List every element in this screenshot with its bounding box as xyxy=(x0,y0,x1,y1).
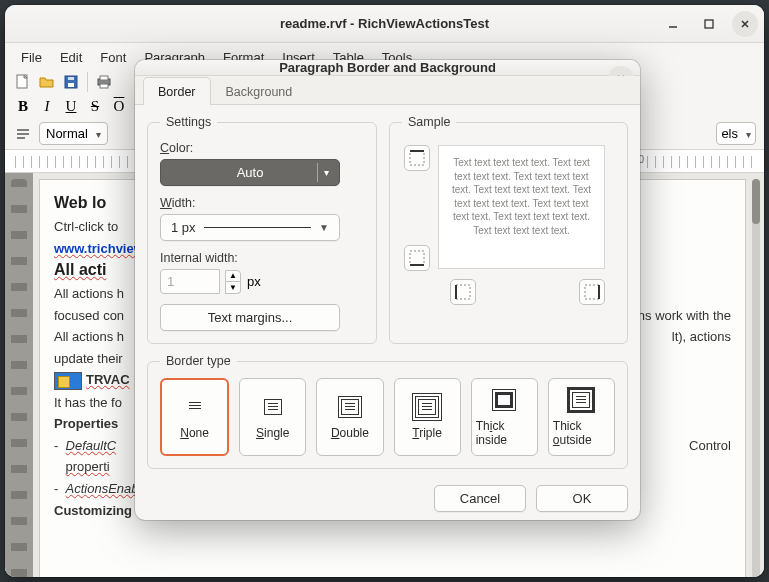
border-type-triple[interactable]: Triple xyxy=(394,378,461,456)
cancel-button[interactable]: Cancel xyxy=(434,485,526,512)
unit-combo-value: els xyxy=(721,126,738,141)
border-type-label: Double xyxy=(331,426,369,440)
body-text: All actions h xyxy=(54,286,124,301)
color-value: Auto xyxy=(237,165,264,180)
body-text: All actions h xyxy=(54,328,124,346)
body-text: focused con xyxy=(54,307,124,325)
paragraph-icon[interactable] xyxy=(13,124,33,144)
border-bottom-toggle[interactable] xyxy=(404,245,430,271)
svg-rect-6 xyxy=(100,76,108,80)
svg-rect-8 xyxy=(410,151,424,165)
dialog-tabs: Border Background xyxy=(135,76,640,105)
save-icon[interactable] xyxy=(61,72,81,92)
new-icon[interactable] xyxy=(13,72,33,92)
main-titlebar: readme.rvf - RichViewActionsTest xyxy=(5,5,764,43)
body-text: ons work with the xyxy=(631,307,731,325)
border-type-icon xyxy=(490,389,518,411)
internal-width-unit: px xyxy=(247,274,261,289)
sample-legend: Sample xyxy=(402,115,456,129)
internal-width-input[interactable] xyxy=(160,269,220,294)
open-icon[interactable] xyxy=(37,72,57,92)
border-type-label: Single xyxy=(256,426,289,440)
body-text: Ctrl-click to xyxy=(54,219,118,234)
line-preview xyxy=(204,227,312,228)
body-text: update their xyxy=(54,351,123,366)
style-combo[interactable]: Normal xyxy=(39,122,108,145)
tab-background[interactable]: Background xyxy=(211,77,308,105)
spiral-binding xyxy=(5,173,33,577)
svg-rect-7 xyxy=(100,84,108,88)
unit-combo[interactable]: els xyxy=(716,122,756,145)
spin-down[interactable]: ▼ xyxy=(225,282,241,294)
bold-button[interactable]: B xyxy=(13,96,33,116)
color-picker[interactable]: Auto xyxy=(160,159,340,186)
chevron-down-icon xyxy=(746,126,751,141)
border-type-label: Thick inside xyxy=(476,419,533,447)
border-type-label: None xyxy=(180,426,209,440)
strike-button[interactable]: S xyxy=(85,96,105,116)
border-type-icon xyxy=(413,396,441,418)
sample-preview: Text text text text text. Text text text… xyxy=(438,145,605,269)
border-type-group: Border type NoneSingleDoubleTripleThick … xyxy=(147,354,628,469)
border-type-thkin[interactable]: Thick inside xyxy=(471,378,538,456)
overline-button[interactable]: O xyxy=(109,96,129,116)
border-type-none[interactable]: None xyxy=(160,378,229,456)
hyperlink[interactable]: www.trichview xyxy=(54,241,144,256)
border-right-toggle[interactable] xyxy=(579,279,605,305)
main-title: readme.rvf - RichViewActionsTest xyxy=(280,16,489,31)
border-type-icon xyxy=(567,389,595,411)
width-label: Width: xyxy=(160,196,364,210)
border-type-label: Thick outside xyxy=(553,419,610,447)
dialog-titlebar: Paragraph Border and Background xyxy=(135,60,640,76)
sample-group: Sample Text text text text t xyxy=(389,115,628,344)
color-label: Color: xyxy=(160,141,364,155)
sample-text: Text text text text text. Text text text… xyxy=(451,156,592,237)
border-type-single[interactable]: Single xyxy=(239,378,306,456)
close-button[interactable] xyxy=(732,11,758,37)
menu-file[interactable]: File xyxy=(13,47,50,68)
divider xyxy=(87,72,88,92)
svg-rect-10 xyxy=(410,251,424,265)
settings-legend: Settings xyxy=(160,115,217,129)
border-type-legend: Border type xyxy=(160,354,237,368)
body-text: It has the fo xyxy=(54,395,122,410)
internal-width-label: Internal width: xyxy=(160,251,364,265)
heading: All acti xyxy=(54,261,106,278)
border-type-icon xyxy=(181,396,209,418)
width-value: 1 px xyxy=(171,220,196,235)
minimize-button[interactable] xyxy=(660,11,686,37)
border-type-icon xyxy=(336,396,364,418)
settings-group: Settings Color: Auto Width: 1 px ▼ Inter… xyxy=(147,115,377,344)
border-type-icon xyxy=(259,396,287,418)
italic-button[interactable]: I xyxy=(37,96,57,116)
border-left-toggle[interactable] xyxy=(450,279,476,305)
spin-up[interactable]: ▲ xyxy=(225,270,241,282)
tab-border[interactable]: Border xyxy=(143,77,211,105)
ok-button[interactable]: OK xyxy=(536,485,628,512)
vertical-scrollbar[interactable] xyxy=(752,179,760,577)
print-icon[interactable] xyxy=(94,72,114,92)
dialog-footer: Cancel OK xyxy=(135,477,640,520)
border-type-thkout[interactable]: Thick outside xyxy=(548,378,615,456)
menu-edit[interactable]: Edit xyxy=(52,47,90,68)
menu-font[interactable]: Font xyxy=(92,47,134,68)
svg-rect-12 xyxy=(456,285,470,299)
list-item: properti xyxy=(66,459,110,474)
border-type-label: Triple xyxy=(412,426,442,440)
svg-rect-3 xyxy=(68,83,74,87)
body-text: lt), actions xyxy=(672,328,731,346)
body-text: TRVAC xyxy=(86,372,130,387)
dialog-title: Paragraph Border and Background xyxy=(279,60,496,75)
body-text: Properties xyxy=(54,416,118,431)
text-margins-button[interactable]: Text margins... xyxy=(160,304,340,331)
maximize-button[interactable] xyxy=(696,11,722,37)
svg-rect-4 xyxy=(68,77,74,80)
border-type-double[interactable]: Double xyxy=(316,378,383,456)
svg-rect-0 xyxy=(705,20,713,28)
width-combo[interactable]: 1 px ▼ xyxy=(160,214,340,241)
component-icon xyxy=(54,372,82,390)
scrollbar-thumb[interactable] xyxy=(752,179,760,224)
body-text: Control xyxy=(689,437,731,455)
underline-button[interactable]: U xyxy=(61,96,81,116)
border-top-toggle[interactable] xyxy=(404,145,430,171)
